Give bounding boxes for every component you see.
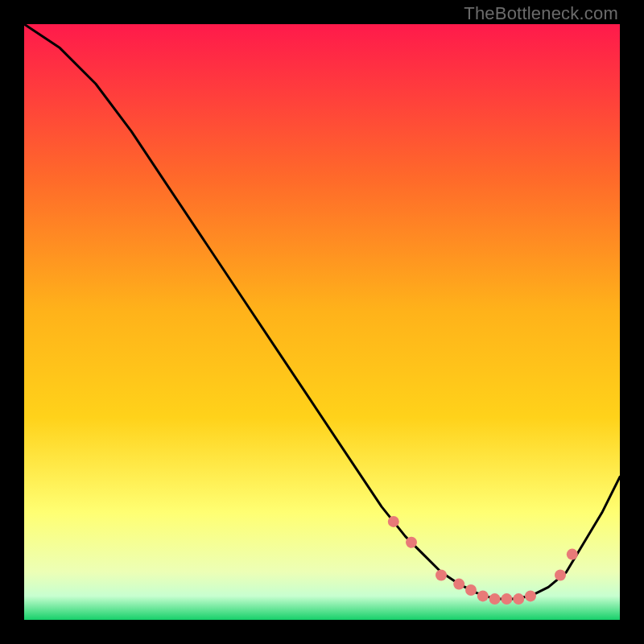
gradient-background [24, 24, 620, 620]
highlight-dot [489, 593, 501, 605]
attribution-label: TheBottleneck.com [464, 3, 618, 24]
plot-area [24, 24, 620, 620]
highlight-dot [388, 516, 399, 527]
highlight-dot [406, 537, 417, 548]
highlight-dot [555, 570, 566, 581]
bottleneck-chart [24, 24, 620, 620]
highlight-dot [477, 590, 489, 601]
highlight-dot [567, 549, 578, 560]
highlight-dot [453, 579, 464, 590]
highlight-dot [465, 584, 477, 596]
highlight-dot [525, 590, 536, 601]
chart-frame: TheBottleneck.com [0, 0, 644, 644]
highlight-dot [436, 570, 447, 581]
highlight-dot [513, 593, 524, 605]
highlight-dot [501, 593, 512, 605]
